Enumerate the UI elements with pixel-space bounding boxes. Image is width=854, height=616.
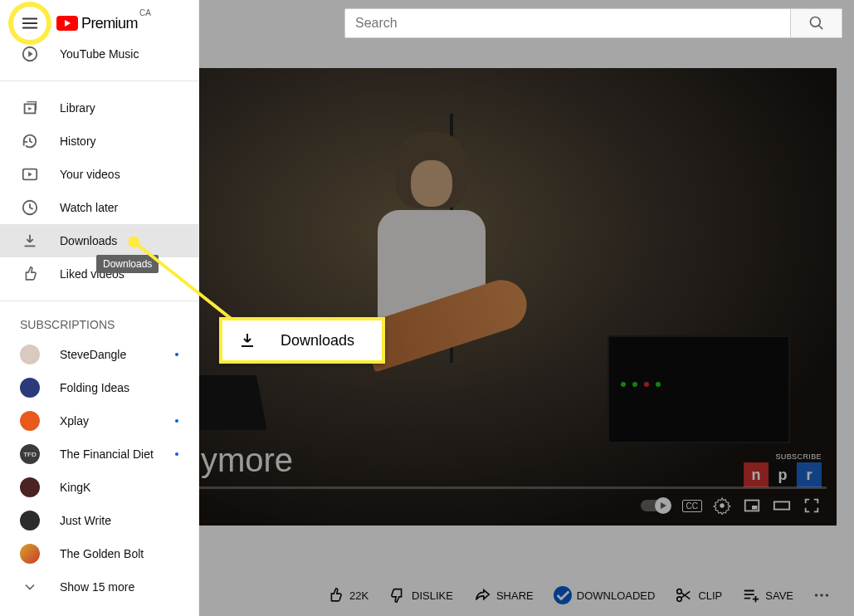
sidebar-item-downloads[interactable]: Downloads xyxy=(0,224,198,257)
like-count: 22K xyxy=(349,589,368,602)
new-content-dot-icon xyxy=(175,419,178,423)
subscription-label: The Golden Bolt xyxy=(60,547,144,560)
channel-avatar-icon: TFD xyxy=(20,444,40,464)
sidebar-item-watch-later[interactable]: Watch later xyxy=(0,191,198,224)
theater-icon xyxy=(772,496,792,515)
subscriptions-heading: SUBSCRIPTIONS xyxy=(0,311,198,338)
download-icon xyxy=(237,330,257,350)
fullscreen-icon xyxy=(803,496,821,515)
thumbs-up-icon xyxy=(326,586,344,604)
settings-button[interactable] xyxy=(707,491,737,521)
show-more-label: Show 15 more xyxy=(60,580,134,594)
share-label: SHARE xyxy=(496,589,534,602)
logo-text: Premium xyxy=(81,15,138,32)
search-icon xyxy=(808,15,825,32)
subscription-item[interactable]: Folding Ideas xyxy=(0,371,198,404)
channel-avatar-icon xyxy=(20,544,40,564)
fullscreen-button[interactable] xyxy=(797,491,827,521)
thumbs-up-icon xyxy=(20,264,40,284)
subscription-item[interactable]: The Golden Bolt xyxy=(0,537,198,570)
svg-point-5 xyxy=(720,503,725,508)
library-icon xyxy=(20,98,40,118)
chevron-down-icon xyxy=(20,577,40,597)
clip-button[interactable]: CLIP xyxy=(668,581,729,609)
your-videos-icon xyxy=(20,164,40,184)
sidebar-item-label: Downloads xyxy=(60,234,117,247)
closed-captions-button[interactable]: CC xyxy=(682,500,702,512)
sidebar: YouTube Music Library History Your video… xyxy=(0,0,199,616)
sidebar-item-history[interactable]: History xyxy=(0,125,198,158)
dislike-button[interactable]: DISLIKE xyxy=(382,581,460,609)
autoplay-toggle[interactable] xyxy=(641,500,669,511)
npr-logo: n p r xyxy=(744,462,822,487)
new-content-dot-icon xyxy=(175,452,178,456)
channel-avatar-icon xyxy=(20,511,40,530)
dislike-label: DISLIKE xyxy=(412,589,453,602)
save-button[interactable]: SAVE xyxy=(735,581,800,609)
subscription-item[interactable]: TFD The Financial Diet xyxy=(0,438,198,471)
subscription-item[interactable]: SteveDangle xyxy=(0,338,198,371)
more-horizontal-icon xyxy=(813,586,831,604)
subscription-label: KingK xyxy=(60,481,90,494)
search-input[interactable] xyxy=(344,8,791,38)
hamburger-menu-button[interactable] xyxy=(13,7,46,40)
divider xyxy=(0,301,198,301)
svg-point-15 xyxy=(826,594,829,597)
svg-point-13 xyxy=(815,594,818,597)
subscription-label: Folding Ideas xyxy=(60,381,129,394)
subscription-label: Xplay xyxy=(60,414,89,428)
menu-icon xyxy=(21,14,39,32)
youtube-music-icon xyxy=(20,44,40,64)
save-label: SAVE xyxy=(765,589,793,602)
sidebar-item-label: YouTube Music xyxy=(60,47,139,61)
svg-rect-8 xyxy=(774,501,789,509)
channel-avatar-icon xyxy=(20,345,40,364)
play-small-icon xyxy=(659,501,667,510)
clip-label: CLIP xyxy=(698,589,722,602)
channel-avatar-icon xyxy=(20,477,40,497)
svg-rect-7 xyxy=(752,506,757,510)
thumbs-down-icon xyxy=(388,586,407,604)
subscription-item[interactable]: Xplay xyxy=(0,404,198,438)
sidebar-item-library[interactable]: Library xyxy=(0,91,198,125)
miniplayer-button[interactable] xyxy=(737,491,767,521)
search-button[interactable] xyxy=(791,8,842,38)
subscription-label: SteveDangle xyxy=(60,348,126,361)
sidebar-show-more[interactable]: Show 15 more xyxy=(0,570,198,604)
subscribe-badge: SUBSCRIBE xyxy=(775,452,822,461)
playlist-add-icon xyxy=(742,586,760,604)
subscription-item[interactable]: Just Write xyxy=(0,504,198,537)
download-icon xyxy=(20,231,40,251)
annotation-callout: Downloads xyxy=(219,317,385,364)
sidebar-item-label: History xyxy=(60,134,96,148)
theater-mode-button[interactable] xyxy=(767,491,797,521)
callout-label: Downloads xyxy=(281,332,354,350)
scissors-icon xyxy=(675,586,693,604)
subscription-label: The Financial Diet xyxy=(60,447,154,461)
new-content-dot-icon xyxy=(175,353,178,356)
sidebar-item-label: Watch later xyxy=(60,201,118,214)
subscription-label: Just Write xyxy=(60,514,111,527)
channel-avatar-icon xyxy=(20,411,40,431)
share-icon xyxy=(473,586,491,604)
downloaded-label: DOWNLOADED xyxy=(577,589,656,602)
watch-later-icon xyxy=(20,198,40,218)
subscription-item[interactable]: KingK xyxy=(0,471,198,504)
share-button[interactable]: SHARE xyxy=(466,581,540,609)
more-actions-button[interactable] xyxy=(807,580,837,610)
downloads-tooltip: Downloads xyxy=(96,255,159,273)
youtube-play-icon xyxy=(56,16,78,31)
sidebar-item-your-videos[interactable]: Your videos xyxy=(0,158,198,191)
history-icon xyxy=(20,131,40,151)
channel-avatar-icon xyxy=(20,378,40,398)
sidebar-item-label: Library xyxy=(60,101,95,115)
country-code: CA xyxy=(139,8,151,17)
youtube-premium-logo[interactable]: Premium CA xyxy=(56,15,138,32)
check-circle-icon xyxy=(554,586,572,604)
gear-icon xyxy=(713,496,731,515)
like-button[interactable]: 22K xyxy=(320,581,375,609)
svg-point-14 xyxy=(820,594,823,597)
miniplayer-icon xyxy=(743,496,761,515)
divider xyxy=(0,81,198,81)
downloaded-button[interactable]: DOWNLOADED xyxy=(547,581,662,609)
